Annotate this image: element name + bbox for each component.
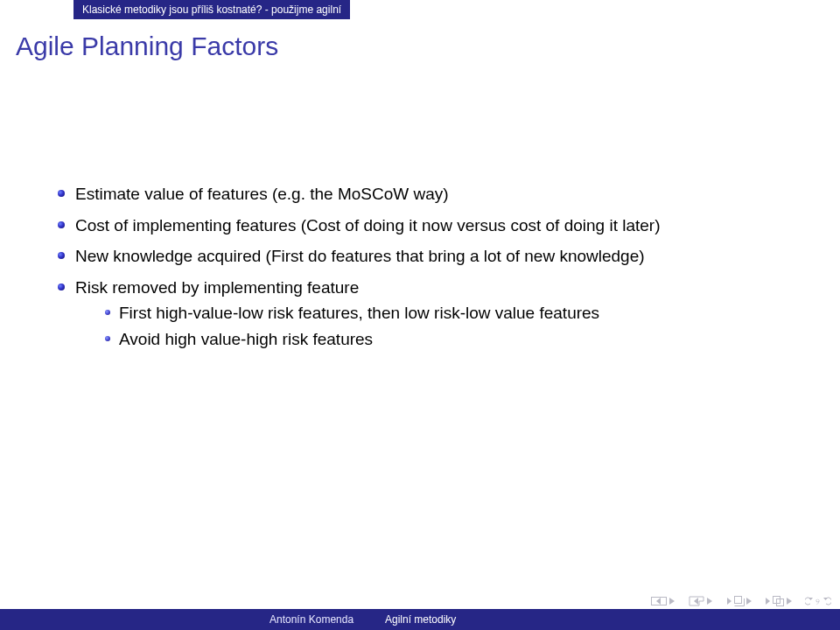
bullet-icon — [105, 336, 110, 341]
breadcrumb-text: Klasické metodiky jsou příliš kostnaté? … — [82, 4, 341, 16]
bullet-text: Risk removed by implementing feature — [75, 278, 359, 297]
bullet-icon — [58, 190, 65, 197]
footer-title: Agilní metodiky — [385, 613, 456, 626]
svg-marker-16 — [823, 598, 828, 600]
svg-marker-5 — [727, 598, 732, 605]
breadcrumb: Klasické metodiky jsou příliš kostnaté? … — [74, 0, 350, 19]
bullet-text: Cost of implementing features (Cost of d… — [75, 214, 660, 238]
list-item: Avoid high value-high risk features — [105, 327, 784, 352]
nav-back-forward[interactable]: ୨ — [805, 595, 831, 607]
nav-next-slide[interactable] — [765, 596, 793, 606]
svg-rect-6 — [735, 597, 742, 604]
svg-text:୨: ୨ — [816, 597, 820, 606]
bullet-text: New knowledge acquired (First do feature… — [75, 244, 645, 269]
svg-marker-2 — [669, 598, 675, 605]
list-item: Cost of implementing features (Cost of d… — [58, 214, 784, 238]
svg-marker-9 — [746, 598, 752, 605]
bullet-icon — [58, 221, 65, 228]
nav-prev-slide[interactable] — [651, 597, 676, 606]
list-item: First high-value-low risk features, then… — [105, 301, 784, 326]
bullet-icon — [58, 252, 65, 259]
list-item: Estimate value of features (e.g. the MoS… — [58, 182, 784, 206]
nav-prev-frame[interactable] — [689, 596, 714, 606]
bullet-text: Avoid high value-high risk features — [119, 327, 373, 352]
footer-bar: Antonín Komenda Agilní metodiky — [0, 609, 840, 630]
content-area: Estimate value of features (e.g. the MoS… — [58, 182, 784, 360]
nav-controls: ୨ — [651, 595, 831, 607]
svg-marker-10 — [766, 598, 770, 605]
svg-marker-3 — [694, 598, 698, 605]
svg-marker-13 — [787, 598, 792, 605]
list-item: Risk removed by implementing feature Fir… — [58, 276, 784, 354]
page-title: Agile Planning Factors — [16, 32, 278, 61]
page-title-text: Agile Planning Factors — [16, 32, 278, 60]
footer-author: Antonín Komenda — [270, 613, 354, 626]
bullet-icon — [105, 310, 110, 315]
nav-next-frame[interactable] — [726, 596, 752, 606]
bullet-icon — [58, 284, 65, 290]
svg-marker-14 — [808, 598, 813, 600]
svg-marker-0 — [656, 598, 661, 605]
bullet-text: Estimate value of features (e.g. the MoS… — [75, 182, 449, 206]
bullet-text: First high-value-low risk features, then… — [119, 301, 599, 326]
list-item: New knowledge acquired (First do feature… — [58, 244, 784, 269]
svg-marker-4 — [707, 598, 712, 605]
